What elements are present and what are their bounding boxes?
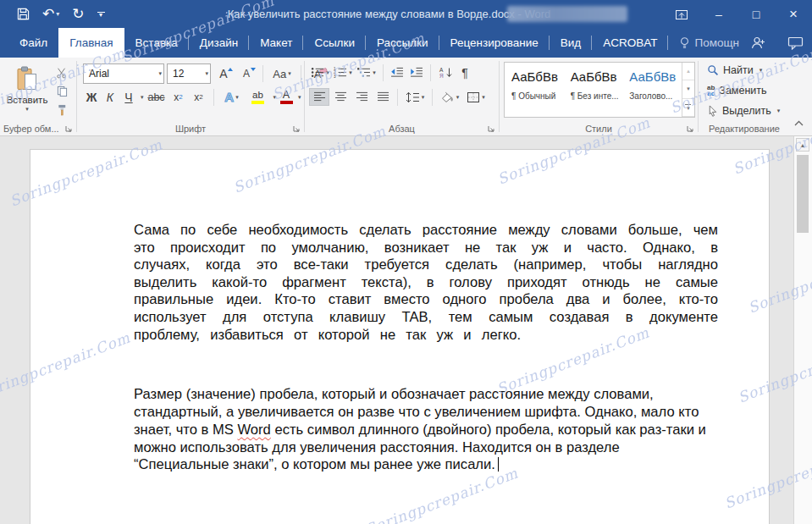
tab-view[interactable]: Вид bbox=[550, 28, 592, 58]
numbering-button[interactable]: 123 ▾ bbox=[332, 63, 354, 81]
strikethrough-button[interactable]: abc bbox=[146, 91, 168, 104]
tab-tell-me[interactable]: Помощн bbox=[668, 28, 750, 58]
decrease-indent-button[interactable] bbox=[388, 63, 406, 81]
grow-font-button[interactable]: А bbox=[213, 65, 234, 83]
styles-gallery-expand-button[interactable]: ▼ bbox=[682, 99, 694, 117]
title-bar: ↶ ▾ ↻ ▾ Как увеличить расстояние между с… bbox=[0, 0, 812, 28]
grow-font-icon bbox=[228, 68, 233, 71]
minimize-button[interactable]: – bbox=[700, 0, 737, 28]
font-name-combo[interactable]: Arial ▾ bbox=[83, 63, 164, 84]
copy-button[interactable] bbox=[52, 84, 71, 99]
misspelled-word: Word bbox=[237, 422, 270, 438]
superscript-button[interactable]: х2 bbox=[190, 88, 208, 106]
tab-mailings[interactable]: Рассылки bbox=[366, 28, 439, 58]
numbering-icon: 123 bbox=[334, 67, 347, 78]
sort-button[interactable]: АЯ bbox=[435, 63, 456, 81]
bullets-button[interactable]: ▾ bbox=[309, 63, 331, 81]
borders-button[interactable]: ▾ bbox=[463, 88, 489, 106]
text-effects-button[interactable]: А▾ bbox=[219, 88, 245, 106]
decrease-indent-icon bbox=[390, 67, 404, 78]
italic-button[interactable]: К bbox=[102, 88, 119, 106]
undo-button[interactable]: ↶ ▾ bbox=[42, 7, 59, 21]
highlight-dropdown-icon[interactable]: ▾ bbox=[273, 94, 277, 101]
document-area: Сама по себе необходимость сделать расст… bbox=[0, 136, 812, 524]
clipboard-small-buttons bbox=[52, 65, 71, 118]
maximize-button[interactable]: □ bbox=[737, 0, 775, 28]
ribbon: Вставить ▾ bbox=[0, 58, 812, 136]
tab-design[interactable]: Дизайн bbox=[189, 28, 249, 58]
align-left-button[interactable] bbox=[309, 88, 329, 106]
format-painter-button[interactable] bbox=[52, 102, 71, 118]
share-person-icon[interactable] bbox=[750, 36, 765, 50]
styles-dialog-launcher[interactable] bbox=[685, 123, 695, 133]
style-no-spacing[interactable]: АаБбВв ¶ Без инте... bbox=[564, 63, 623, 117]
tab-review[interactable]: Рецензирование bbox=[439, 28, 550, 58]
style-heading1[interactable]: АаБбВв Заголово... bbox=[622, 63, 682, 117]
highlight-color-button[interactable]: ab bbox=[246, 88, 270, 106]
style-normal[interactable]: АаБбВв ¶ Обычный bbox=[505, 63, 564, 117]
svg-text:А: А bbox=[439, 67, 444, 73]
styles-scroll-up-button[interactable]: ▲ bbox=[682, 63, 694, 80]
highlight-color-bar bbox=[251, 101, 264, 104]
close-button[interactable]: × bbox=[775, 0, 812, 28]
font-size-dropdown-icon: ▾ bbox=[205, 70, 208, 77]
document-text: Сама по себе необходимость сделать расст… bbox=[134, 222, 718, 474]
borders-icon bbox=[467, 91, 480, 103]
shrink-font-button[interactable]: А bbox=[236, 65, 257, 83]
cut-button[interactable] bbox=[52, 65, 71, 80]
tab-references[interactable]: Ссылки bbox=[303, 28, 366, 58]
ribbon-tab-bar: Файл Главная Вставка Дизайн Макет Ссылки… bbox=[0, 28, 812, 58]
increase-indent-icon bbox=[410, 67, 423, 78]
tab-insert[interactable]: Вставка bbox=[124, 28, 189, 58]
paragraph-2[interactable]: Размер (значение) пробела, который и обо… bbox=[134, 386, 718, 474]
collapse-ribbon-button[interactable] bbox=[793, 114, 805, 130]
align-right-button[interactable] bbox=[351, 88, 372, 106]
replace-button[interactable]: abac Заменить bbox=[707, 85, 767, 97]
find-dropdown-icon: ▾ bbox=[760, 67, 763, 74]
save-button[interactable] bbox=[17, 8, 30, 20]
change-case-button[interactable]: Aa▾ bbox=[269, 65, 295, 83]
scroll-up-button[interactable]: ▲ bbox=[796, 138, 809, 152]
justify-button[interactable] bbox=[373, 88, 393, 106]
align-center-button[interactable] bbox=[330, 88, 351, 106]
tab-home[interactable]: Главная bbox=[58, 28, 124, 58]
line-spacing-button[interactable]: ▾ bbox=[402, 88, 428, 106]
select-button[interactable]: Выделить ▾ bbox=[707, 105, 780, 117]
underline-button[interactable]: Ч bbox=[120, 88, 137, 106]
shrink-font-icon bbox=[251, 68, 256, 71]
customize-qat-button[interactable]: ▾ bbox=[97, 12, 105, 17]
find-button[interactable]: Найти ▾ bbox=[707, 64, 762, 76]
tab-file[interactable]: Файл bbox=[8, 28, 58, 58]
font-color-dropdown-icon[interactable]: ▾ bbox=[298, 94, 301, 101]
paragraph-dialog-launcher[interactable] bbox=[486, 123, 496, 133]
redo-icon: ↻ bbox=[72, 7, 84, 21]
font-size-combo[interactable]: 12 ▾ bbox=[167, 63, 211, 84]
line-spacing-icon bbox=[406, 91, 420, 103]
clipboard-dialog-launcher[interactable] bbox=[64, 123, 74, 133]
copy-icon bbox=[57, 85, 68, 97]
tab-layout[interactable]: Макет bbox=[249, 28, 303, 58]
styles-scroll-down-button[interactable]: ▼ bbox=[682, 80, 694, 98]
multilevel-list-button[interactable]: ▾ bbox=[355, 63, 378, 81]
increase-indent-button[interactable] bbox=[407, 63, 426, 81]
tab-acrobat[interactable]: ACROBAT bbox=[592, 28, 668, 58]
subscript-button[interactable]: х2 bbox=[169, 88, 188, 106]
paragraph-1[interactable]: Сама по себе необходимость сделать расст… bbox=[134, 222, 718, 344]
ribbon-display-options-button[interactable] bbox=[663, 0, 700, 28]
user-account-blurred[interactable] bbox=[507, 6, 627, 22]
font-name-dropdown-icon: ▾ bbox=[158, 70, 162, 77]
redo-button[interactable]: ↻ bbox=[72, 7, 84, 21]
comments-icon[interactable] bbox=[787, 36, 804, 50]
document-page[interactable]: Сама по себе необходимость сделать расст… bbox=[30, 149, 770, 524]
shading-button[interactable]: ▾ bbox=[437, 88, 462, 106]
vertical-scrollbar[interactable]: ▲ bbox=[793, 136, 812, 524]
bold-button[interactable]: Ж bbox=[83, 88, 100, 106]
underline-dropdown-icon[interactable]: ▾ bbox=[141, 94, 144, 101]
scrollbar-thumb[interactable] bbox=[797, 155, 809, 233]
styles-gallery-scroll: ▲ ▼ ▼ bbox=[682, 63, 694, 117]
font-color-button[interactable]: А bbox=[278, 88, 295, 106]
font-dialog-launcher[interactable] bbox=[291, 123, 301, 133]
group-clipboard: Вставить ▾ bbox=[0, 58, 76, 135]
paste-button[interactable]: Вставить ▾ bbox=[4, 61, 50, 117]
show-formatting-marks-button[interactable]: ¶ bbox=[456, 63, 473, 81]
